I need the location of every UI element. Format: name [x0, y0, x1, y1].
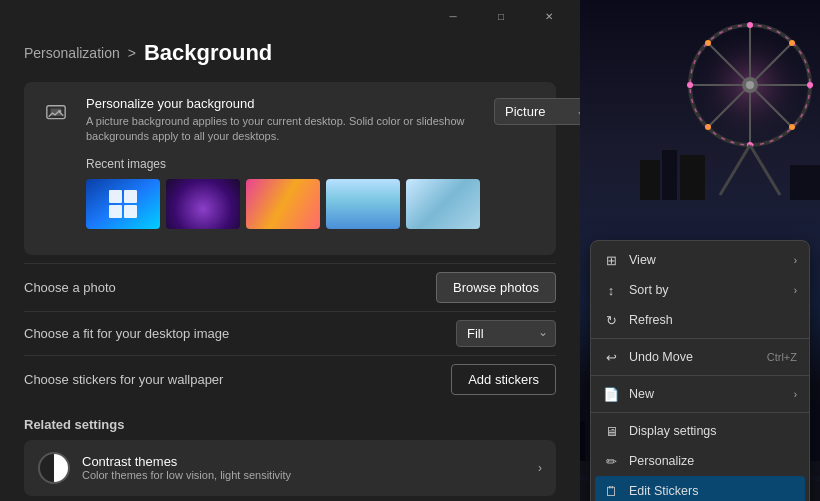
background-section-text: Personalize your background A picture ba…: [86, 96, 480, 241]
svg-rect-22: [640, 160, 660, 200]
refresh-label: Refresh: [629, 313, 797, 327]
background-type-dropdown[interactable]: Picture: [494, 98, 580, 125]
display-settings-icon: 🖥: [603, 423, 619, 439]
thumb-3[interactable]: [246, 179, 320, 229]
svg-rect-23: [662, 150, 677, 200]
view-label: View: [629, 253, 784, 267]
new-arrow: ›: [794, 389, 797, 400]
background-card: Personalize your background A picture ba…: [24, 82, 556, 255]
section-description: A picture background applies to your cur…: [86, 114, 480, 145]
desktop-panel: ⊞ View › ↕ Sort by › ↻ Refresh ↩ Undo Mo…: [580, 0, 820, 501]
choose-fit-row: Choose a fit for your desktop image Fill: [24, 311, 556, 355]
svg-line-20: [750, 145, 780, 195]
choose-photo-label: Choose a photo: [24, 280, 116, 295]
background-type-dropdown-wrap: Picture: [494, 98, 580, 125]
svg-line-19: [720, 145, 750, 195]
choose-stickers-row: Choose stickers for your wallpaper Add s…: [24, 355, 556, 403]
contrast-themes-desc: Color themes for low vision, light sensi…: [82, 469, 291, 481]
choose-stickers-label: Choose stickers for your wallpaper: [24, 372, 223, 387]
related-settings-title: Related settings: [24, 417, 556, 432]
contrast-themes-text: Contrast themes Color themes for low vis…: [82, 454, 291, 481]
fit-dropdown[interactable]: Fill: [456, 320, 556, 347]
background-settings-icon: [40, 98, 72, 130]
edit-stickers-label: Edit Stickers: [629, 484, 797, 498]
menu-divider-1: [591, 338, 809, 339]
settings-panel: ─ □ ✕ Personalization > Background Perso…: [0, 0, 580, 501]
thumb-1[interactable]: [86, 179, 160, 229]
edit-stickers-icon: 🗒: [603, 483, 619, 499]
new-icon: 📄: [603, 386, 619, 402]
add-stickers-button[interactable]: Add stickers: [451, 364, 556, 395]
contrast-themes-item[interactable]: Contrast themes Color themes for low vis…: [24, 440, 556, 496]
sort-icon: ↕: [603, 282, 619, 298]
menu-item-personalize[interactable]: ✏ Personalize: [591, 446, 809, 476]
choose-fit-label: Choose a fit for your desktop image: [24, 326, 229, 341]
contrast-themes-left: Contrast themes Color themes for low vis…: [38, 452, 291, 484]
thumb-2[interactable]: [166, 179, 240, 229]
svg-rect-24: [680, 155, 705, 200]
recent-images-label: Recent images: [86, 157, 480, 171]
undo-icon: ↩: [603, 349, 619, 365]
windows-logo: [109, 190, 137, 218]
sort-by-label: Sort by: [629, 283, 784, 297]
maximize-button[interactable]: □: [478, 0, 524, 32]
menu-item-view[interactable]: ⊞ View ›: [591, 245, 809, 275]
minimize-button[interactable]: ─: [430, 0, 476, 32]
contrast-icon: [38, 452, 70, 484]
menu-item-new[interactable]: 📄 New ›: [591, 379, 809, 409]
context-menu: ⊞ View › ↕ Sort by › ↻ Refresh ↩ Undo Mo…: [590, 240, 810, 501]
recent-images-row: [86, 179, 480, 229]
menu-item-edit-stickers[interactable]: 🗒 Edit Stickers: [595, 476, 805, 501]
choose-photo-row: Choose a photo Browse photos: [24, 263, 556, 311]
view-arrow: ›: [794, 255, 797, 266]
new-label: New: [629, 387, 784, 401]
title-bar: ─ □ ✕: [0, 0, 580, 32]
view-icon: ⊞: [603, 252, 619, 268]
section-title: Personalize your background: [86, 96, 480, 111]
main-content: Personalize your background A picture ba…: [0, 82, 580, 496]
breadcrumb-parent[interactable]: Personalization: [24, 45, 120, 61]
personalize-label: Personalize: [629, 454, 797, 468]
menu-item-display-settings[interactable]: 🖥 Display settings: [591, 416, 809, 446]
breadcrumb: Personalization > Background: [0, 32, 580, 82]
picture-dropdown-wrap: Picture ∧: [494, 98, 580, 125]
breadcrumb-separator: >: [128, 45, 136, 61]
svg-rect-25: [790, 165, 820, 200]
refresh-icon: ↻: [603, 312, 619, 328]
svg-point-18: [746, 81, 754, 89]
thumb-4[interactable]: [326, 179, 400, 229]
close-button[interactable]: ✕: [526, 0, 572, 32]
display-settings-label: Display settings: [629, 424, 797, 438]
sort-arrow: ›: [794, 285, 797, 296]
breadcrumb-current: Background: [144, 40, 272, 66]
ferris-wheel-graphic: [640, 0, 820, 200]
contrast-themes-title: Contrast themes: [82, 454, 291, 469]
desktop-background: ⊞ View › ↕ Sort by › ↻ Refresh ↩ Undo Mo…: [580, 0, 820, 501]
menu-divider-3: [591, 412, 809, 413]
undo-move-label: Undo Move: [629, 350, 757, 364]
menu-divider-2: [591, 375, 809, 376]
fit-dropdown-wrap: Fill: [456, 320, 556, 347]
thumb-5[interactable]: [406, 179, 480, 229]
personalize-icon: ✏: [603, 453, 619, 469]
menu-item-sort-by[interactable]: ↕ Sort by ›: [591, 275, 809, 305]
menu-item-undo-move[interactable]: ↩ Undo Move Ctrl+Z: [591, 342, 809, 372]
browse-photos-button[interactable]: Browse photos: [436, 272, 556, 303]
contrast-themes-arrow: ›: [538, 461, 542, 475]
undo-shortcut: Ctrl+Z: [767, 351, 797, 363]
menu-item-refresh[interactable]: ↻ Refresh: [591, 305, 809, 335]
